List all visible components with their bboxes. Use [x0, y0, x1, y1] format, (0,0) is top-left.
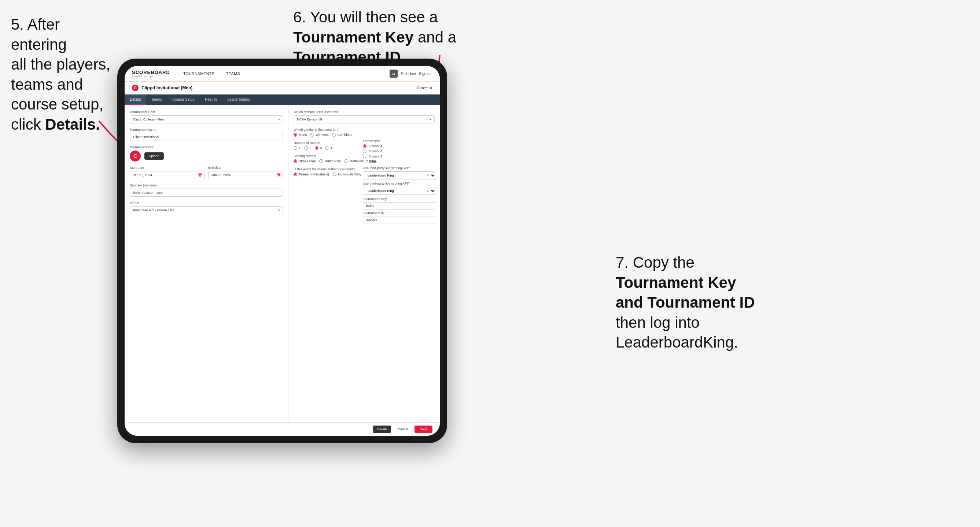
- format-other[interactable]: Other: [363, 160, 436, 163]
- host-select[interactable]: Clippd College - Men: [130, 115, 283, 124]
- sponsor-input[interactable]: [130, 189, 283, 197]
- tab-leaderboards[interactable]: Leaderboards: [223, 94, 255, 105]
- tournament-icon: C: [132, 84, 138, 91]
- start-date-input[interactable]: [130, 171, 205, 179]
- logo-sub: Powered by clippd: [132, 75, 170, 78]
- tournament-cancel[interactable]: Cancel ✕: [417, 86, 433, 90]
- gender-womens[interactable]: Womens: [310, 133, 328, 137]
- save-button[interactable]: Save: [415, 425, 433, 433]
- venue-label: Venue: [130, 201, 283, 205]
- api1-label: Use third-party live scoring API?: [363, 166, 436, 170]
- venue-group: Venue Peachtree GC - Atlanta - GA: [130, 201, 283, 214]
- sponsor-label: Sponsor (optional): [130, 184, 283, 187]
- key-value: b4fb7: [363, 202, 436, 210]
- scoring-stroke[interactable]: Stroke Play: [294, 159, 315, 163]
- end-date-input[interactable]: [208, 171, 283, 179]
- api2-label: Use third-party live scoring API?: [363, 182, 436, 185]
- gender-group: Which gender is the event for? Mens Wome…: [294, 128, 435, 137]
- left-panel: Tournament Host Clippd College - Men Tou…: [125, 105, 288, 422]
- user-avatar: SI: [390, 70, 398, 78]
- name-group: Tournament name: [130, 128, 283, 141]
- tablet-device: SCOREBOARD Powered by clippd TOURNAMENTS…: [117, 59, 447, 443]
- tournament-bar: C Clippd Invitational (Men) Cancel ✕: [125, 82, 440, 94]
- format-6count4[interactable]: 6 count 4: [363, 149, 436, 153]
- start-date-wrap: 📅: [130, 171, 205, 179]
- host-label: Tournament Host: [130, 110, 283, 114]
- upload-btn[interactable]: Upload: [145, 152, 164, 160]
- right-panel: Which division is the event for? NCAA Di…: [288, 105, 440, 422]
- end-date-group: End date 📅: [208, 166, 283, 179]
- api1-section: Use third-party live scoring API? Leader…: [363, 166, 436, 179]
- gender-label: Which gender is the event for?: [294, 128, 435, 132]
- host-select-wrap: Clippd College - Men: [130, 115, 283, 124]
- end-calendar-icon: 📅: [276, 173, 281, 177]
- app-logo: SCOREBOARD: [132, 70, 170, 75]
- id-label: Tournament ID: [363, 211, 436, 214]
- gender-combined[interactable]: Combined: [332, 133, 353, 137]
- tab-teams[interactable]: Teams: [146, 94, 167, 105]
- api1-clear-icon[interactable]: ✕: [426, 174, 430, 177]
- individuals-only[interactable]: Individuals Only: [333, 173, 361, 176]
- api1-arrow-icon: ▾: [433, 174, 434, 177]
- tab-results[interactable]: Results: [200, 94, 222, 105]
- tab-details[interactable]: Details: [125, 94, 146, 105]
- name-input[interactable]: [130, 133, 283, 141]
- venue-select-wrap: Peachtree GC - Atlanta - GA: [130, 206, 283, 214]
- header-right: SI Test User Sign out: [390, 70, 433, 78]
- tablet-screen: SCOREBOARD Powered by clippd TOURNAMENTS…: [125, 66, 440, 436]
- logo-group: Tournament logo C Upload: [130, 145, 283, 162]
- api2-clear-icon[interactable]: ✕: [426, 189, 430, 193]
- api2-section: Use third-party live scoring API? Leader…: [363, 182, 436, 195]
- api1-select[interactable]: Leaderboard King: [363, 171, 436, 179]
- end-label: End date: [208, 166, 283, 170]
- nav-tournaments[interactable]: TOURNAMENTS: [181, 70, 216, 77]
- venue-select[interactable]: Peachtree GC - Atlanta - GA: [130, 206, 283, 214]
- division-select-wrap: NCAA Division III: [294, 115, 435, 124]
- key-label: Tournament Key: [363, 197, 436, 201]
- format-5count4[interactable]: 5 count 4: [363, 144, 436, 148]
- division-select[interactable]: NCAA Division III: [294, 115, 435, 124]
- division-group: Which division is the event for? NCAA Di…: [294, 110, 435, 124]
- cancel-button[interactable]: Cancel: [394, 425, 412, 433]
- tab-course-setup[interactable]: Course Setup: [167, 94, 200, 105]
- user-label: Test User: [401, 72, 416, 76]
- teams-plus-individuals[interactable]: Teams (+Individuals): [294, 173, 329, 176]
- app-header: SCOREBOARD Powered by clippd TOURNAMENTS…: [125, 66, 440, 82]
- round-1[interactable]: 1: [294, 146, 301, 150]
- start-label: Start date: [130, 166, 205, 170]
- sponsor-group: Sponsor (optional): [130, 184, 283, 197]
- start-date-group: Start date 📅: [130, 166, 205, 179]
- round-3[interactable]: 3: [315, 146, 322, 150]
- api2-select[interactable]: Leaderboard King: [363, 187, 436, 195]
- start-calendar-icon: 📅: [198, 173, 202, 177]
- id-value: 302051: [363, 216, 436, 224]
- division-label: Which division is the event for?: [294, 110, 435, 114]
- logo-preview: C: [130, 151, 141, 162]
- key-section: Tournament Key b4fb7: [363, 197, 436, 210]
- scoring-match[interactable]: Match Play: [319, 159, 341, 163]
- footer-bar: Delete Cancel Save: [125, 422, 440, 436]
- logo-section: C Upload: [130, 151, 283, 162]
- round-4[interactable]: 4: [325, 146, 332, 150]
- api1-select-wrap: Leaderboard King ✕ ▾: [363, 171, 436, 179]
- logo-area: SCOREBOARD Powered by clippd: [132, 70, 170, 78]
- logo-label: Tournament logo: [130, 145, 283, 149]
- id-section: Tournament ID 302051: [363, 211, 436, 224]
- tab-bar: Details Teams Course Setup Results Leade…: [125, 94, 440, 105]
- name-label: Tournament name: [130, 128, 283, 132]
- signout-link[interactable]: Sign out: [419, 72, 433, 76]
- format-label: Format type: [363, 139, 436, 143]
- api2-arrow-icon: ▾: [433, 189, 434, 193]
- round-2[interactable]: 2: [304, 146, 311, 150]
- format-section: Format type 5 count 4 6 count 4 6 count …: [363, 139, 436, 225]
- delete-button[interactable]: Delete: [373, 425, 391, 433]
- annotation-bottom-right: 7. Copy the Tournament Key and Tournamen…: [616, 253, 806, 353]
- gender-radio-group: Mens Womens Combined: [294, 133, 435, 137]
- main-content: Tournament Host Clippd College - Men Tou…: [125, 105, 440, 422]
- api2-select-wrap: Leaderboard King ✕ ▾: [363, 187, 436, 195]
- host-group: Tournament Host Clippd College - Men: [130, 110, 283, 124]
- gender-mens[interactable]: Mens: [294, 133, 307, 137]
- date-row: Start date 📅 End date 📅: [130, 166, 283, 179]
- nav-teams[interactable]: TEAMS: [224, 70, 242, 77]
- format-6count5[interactable]: 6 count 5: [363, 154, 436, 158]
